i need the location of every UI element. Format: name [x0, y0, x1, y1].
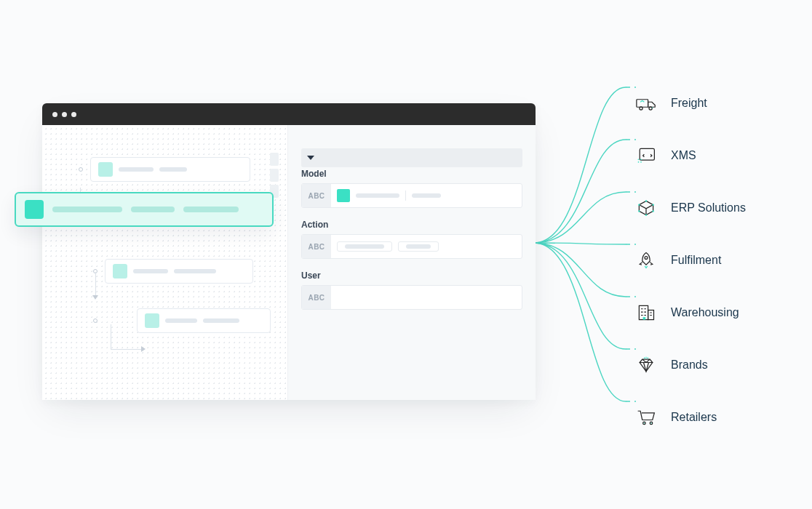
placeholder-bar [165, 318, 197, 323]
integration-item-retailers: Retailers [636, 391, 746, 444]
properties-panel: Model ABC Action ABC [288, 125, 536, 400]
value-chip [398, 241, 439, 252]
tree-connector [95, 272, 96, 297]
placeholder-bar [174, 269, 216, 273]
svg-point-7 [638, 161, 640, 163]
tree-connector [111, 324, 111, 349]
svg-point-9 [645, 200, 647, 201]
rocket-icon [636, 251, 656, 270]
field-label: Model [301, 169, 522, 179]
cart-icon [636, 408, 656, 427]
svg-point-11 [652, 204, 653, 205]
field-label: User [301, 270, 522, 281]
integration-label: Brands [671, 358, 708, 372]
integration-label: Warehousing [671, 306, 739, 319]
arrow-down-icon [92, 295, 98, 300]
value-chip [337, 241, 392, 252]
integration-label: ERP Solutions [671, 201, 746, 215]
svg-point-5 [638, 159, 640, 160]
placeholder-bar [133, 269, 168, 273]
svg-rect-18 [643, 317, 646, 320]
type-badge: ABC [302, 235, 331, 258]
placeholder-bar [131, 207, 175, 212]
divider [405, 191, 406, 201]
svg-point-13 [652, 210, 653, 212]
placeholder-bar [412, 193, 441, 198]
window-control-dot [71, 112, 76, 117]
svg-point-22 [650, 422, 651, 423]
placeholder-bar [356, 193, 399, 198]
integration-item-warehousing: Warehousing [636, 286, 746, 339]
node-thumb [145, 313, 159, 328]
field-model: Model ABC [301, 169, 522, 208]
code-window-icon [636, 146, 656, 165]
window-control-dot [62, 112, 67, 117]
placeholder-bar [159, 167, 187, 172]
integration-label: Retailers [671, 411, 717, 424]
integration-label: Freight [671, 97, 707, 110]
field-label: Action [301, 220, 522, 230]
node-dot [79, 167, 83, 172]
svg-point-6 [640, 159, 642, 160]
diamond-icon [636, 356, 656, 374]
integration-item-fulfilment: Fulfilment [636, 234, 746, 286]
chevron-down-icon [307, 156, 314, 160]
integration-list: Freight XMS [636, 77, 746, 444]
tree-node[interactable] [105, 259, 279, 284]
integration-item-xms: XMS [636, 129, 746, 182]
model-input[interactable]: ABC [301, 183, 522, 208]
integration-item-freight: Freight [636, 77, 746, 129]
svg-point-8 [640, 161, 642, 163]
panel-disclosure[interactable] [301, 148, 522, 167]
user-input[interactable]: ABC [301, 285, 522, 310]
svg-point-15 [645, 257, 648, 260]
svg-point-21 [644, 422, 645, 423]
placeholder-bar [52, 207, 122, 212]
arrow-right-icon [141, 346, 146, 352]
integration-item-erp: ERP Solutions [636, 182, 746, 234]
svg-point-14 [645, 214, 647, 215]
integration-label: Fulfilment [671, 254, 721, 267]
placeholder-bar [183, 207, 239, 212]
action-input[interactable]: ABC [301, 234, 522, 259]
type-badge: ABC [302, 286, 331, 309]
tree-connector [111, 349, 143, 350]
node-dot [93, 318, 97, 323]
placeholder-bar [345, 244, 384, 249]
field-user: User ABC [301, 270, 522, 310]
svg-point-10 [638, 204, 640, 205]
field-action: Action ABC [301, 220, 522, 259]
app-window: Model ABC Action ABC [42, 103, 536, 400]
window-titlebar [42, 103, 536, 125]
integration-item-brands: Brands [636, 339, 746, 391]
workflow-canvas [42, 125, 288, 400]
node-thumb [113, 264, 127, 278]
building-icon [636, 303, 656, 322]
selected-workflow-node[interactable] [15, 192, 274, 227]
value-swatch [337, 189, 350, 202]
window-control-dot [52, 112, 57, 117]
svg-point-3 [652, 107, 653, 108]
workflow-tree [42, 125, 287, 342]
integration-label: XMS [671, 149, 696, 162]
node-thumb [98, 162, 113, 177]
cube-icon [636, 199, 656, 217]
svg-rect-4 [640, 148, 654, 160]
node-thumb [25, 200, 44, 219]
type-badge: ABC [302, 184, 331, 207]
tree-node[interactable] [137, 308, 279, 333]
tree-node[interactable] [90, 157, 279, 182]
truck-icon [636, 94, 656, 113]
svg-point-12 [638, 210, 640, 212]
placeholder-bar [119, 167, 154, 172]
diagram-canvas: Model ABC Action ABC [4, 6, 808, 503]
placeholder-bar [406, 244, 431, 249]
placeholder-bar [203, 318, 239, 323]
